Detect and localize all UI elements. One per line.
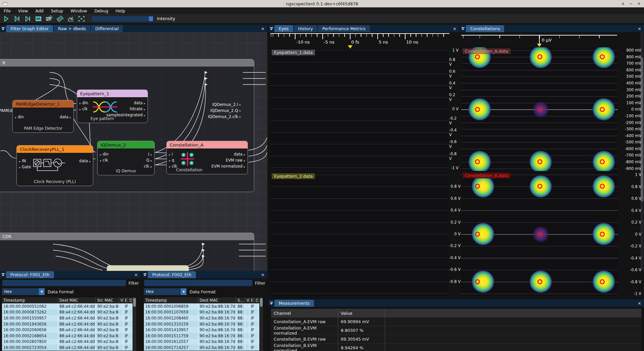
table-row[interactable]: 16:00:00.0001550957 88:a4:c2:66:44:dd 90… xyxy=(2,315,136,321)
table-row[interactable]: 16:00:00.0001006859 90:e2:ba:88:16:7d 88… xyxy=(144,303,263,309)
single-trigger-icon[interactable] xyxy=(13,15,21,22)
data-format-select[interactable]: Hex▼ xyxy=(2,288,45,295)
menu-item[interactable]: View xyxy=(14,8,32,13)
intensity-slider[interactable] xyxy=(91,16,154,22)
table-row[interactable]: Constellation_B.EVM raw 69.30545 mV xyxy=(271,335,641,344)
node-pamedgedetector-1[interactable]: PAMEdgeDetector_1 din data PAM Edge Dete… xyxy=(12,100,74,133)
menu-item[interactable]: Help xyxy=(112,8,129,13)
table-row[interactable]: 16:00:00.0002168654 88:a4:c2:66:44:dd 90… xyxy=(2,333,136,339)
table-row[interactable]: 16:00:00.0001208460 90:e2:ba:88:16:7d 88… xyxy=(144,315,263,321)
table-row[interactable]: 16:00:00.0000873262 88:a4:c2:66:44:dd 90… xyxy=(2,309,136,315)
tab-constellations[interactable]: Constellations xyxy=(466,25,504,32)
menu-item[interactable]: File xyxy=(0,8,14,13)
table-row[interactable]: 16:00:00.0000551062 88:a4:c2:66:44:dd 90… xyxy=(2,303,136,309)
output-port[interactable]: data xyxy=(234,152,245,157)
node-clockrecoverypll-1[interactable]: ClockRecoveryPLL_1 INGate data Clock Rec… xyxy=(16,145,93,186)
tab-performance-metrics[interactable]: Performance Metrics xyxy=(318,25,370,32)
intensity-slider-handle[interactable] xyxy=(149,16,153,21)
constellation-plot-b[interactable]: Constellation_B.data xyxy=(461,172,618,296)
close-icon[interactable]: × xyxy=(450,26,459,31)
input-port[interactable]: IN xyxy=(19,159,26,163)
tab-measurements[interactable]: Measurements xyxy=(274,300,314,307)
output-port[interactable]: data xyxy=(60,115,71,119)
menu-item[interactable]: Debug xyxy=(91,8,112,13)
tab-filter-graph-editor[interactable]: Filter Graph Editor xyxy=(6,25,53,32)
table-row[interactable]: 16:00:00.0002060656 88:a4:c2:66:44:dd 90… xyxy=(2,327,136,333)
keep-above-icon[interactable]: ∧ xyxy=(622,1,625,6)
menu-item[interactable]: Setup xyxy=(47,8,67,13)
table-row[interactable]: Constellation_B.EVM normalized 8.94264 % xyxy=(271,344,641,351)
input-port[interactable]: clk xyxy=(79,107,88,111)
table-row[interactable]: 16:00:00.0002607850 88:a4:c2:66:44:dd 90… xyxy=(2,339,136,345)
tab-protocol-f002[interactable]: Protocol: F002_Eth xyxy=(148,271,196,278)
tab-eyes[interactable]: Eyes xyxy=(274,25,293,32)
eye-plot-eyepattern-2[interactable]: Eyepattern_2.data xyxy=(270,172,448,296)
close-icon[interactable]: × xyxy=(635,301,644,306)
measure-icon[interactable] xyxy=(67,15,74,22)
node-eyepattern-1[interactable]: Eyepattern_1 dinclk datahitratesamplesIn… xyxy=(77,90,148,123)
output-port[interactable]: Q xyxy=(146,158,152,163)
menu-item[interactable]: Window xyxy=(67,8,91,13)
output-port[interactable]: hitrate xyxy=(130,107,145,111)
fullscreen-icon[interactable] xyxy=(78,15,85,22)
protocol-table-scrollbar[interactable] xyxy=(259,297,263,351)
minimize-icon[interactable]: − xyxy=(629,1,633,6)
plot-label[interactable]: Constellation_A.data xyxy=(463,48,511,54)
table-row[interactable]: 16:00:00.0001107659 90:e2:ba:88:16:7d 88… xyxy=(144,309,263,315)
table-row[interactable]: 16:00:00.0002723054 88:a4:c2:66:44:dd 90… xyxy=(2,345,136,351)
table-row[interactable]: 16:00:00.0001714257 90:e2:ba:88:16:7d 88… xyxy=(144,345,263,351)
tab-raw-dbeds[interactable]: Raw + dbeds xyxy=(54,25,90,32)
input-port[interactable]: clk xyxy=(100,158,108,163)
filter-input[interactable] xyxy=(2,280,126,286)
dock-options-icon[interactable] xyxy=(142,271,148,278)
refresh-settings-icon[interactable] xyxy=(56,15,64,22)
input-port[interactable]: din xyxy=(15,115,24,119)
dock-options-icon[interactable] xyxy=(0,271,6,278)
dock-options-icon[interactable] xyxy=(268,25,274,32)
menu-item[interactable]: Add xyxy=(32,8,47,13)
stop-trigger-icon[interactable] xyxy=(35,15,42,22)
close-icon[interactable]: × xyxy=(635,26,644,31)
tab-protocol-f001[interactable]: Protocol: F001_Eth xyxy=(6,271,54,278)
table-row[interactable]: 16:00:00.0001943656 88:a4:c2:66:44:dd 90… xyxy=(2,321,136,327)
input-port[interactable]: i xyxy=(169,152,173,157)
tab-history[interactable]: History xyxy=(294,25,317,32)
node-constellation-a[interactable]: Constellation_A iqclk dataEVM rawEVM nor… xyxy=(166,141,248,174)
protocol-table-scrollbar[interactable] xyxy=(132,297,136,351)
filter-graph-canvas[interactable]: R CDR xyxy=(0,32,267,271)
group-r-output-tunnels[interactable]: IQDemux_2.IIQDemux_2.QIQDemux_2.clk xyxy=(201,102,241,120)
chevron-down-icon[interactable]: ▼ xyxy=(39,288,45,295)
input-port[interactable]: din xyxy=(100,152,109,157)
output-port[interactable]: I xyxy=(148,152,152,157)
eye-plot-eyepattern-1[interactable]: Eyepattern_1.data xyxy=(270,49,448,169)
tab-differential[interactable]: Differential xyxy=(91,25,123,32)
dock-options-icon[interactable] xyxy=(460,25,466,32)
force-trigger-icon[interactable] xyxy=(24,15,32,22)
history-icon[interactable] xyxy=(46,15,53,22)
table-row[interactable]: Constellation_A.EVM raw 69.90994 mV xyxy=(271,317,641,326)
input-port[interactable]: q xyxy=(169,158,174,163)
close-icon[interactable]: × xyxy=(258,26,267,31)
plot-label[interactable]: Constellation_B.data xyxy=(463,173,511,178)
table-row[interactable]: 16:00:00.0001511759 90:e2:ba:88:16:7d 88… xyxy=(144,333,263,339)
dock-options-icon[interactable] xyxy=(0,25,6,32)
chevron-down-icon[interactable]: ▼ xyxy=(181,288,186,295)
dock-options-icon[interactable] xyxy=(268,299,274,307)
table-row[interactable]: 16:00:00.0001410957 90:e2:ba:88:16:7d 88… xyxy=(144,327,263,333)
output-port[interactable]: data xyxy=(79,159,91,163)
plot-label[interactable]: Eyepattern_1.data xyxy=(272,50,315,55)
filter-input[interactable] xyxy=(144,280,253,286)
table-row[interactable]: 16:00:00.0001612557 90:e2:ba:88:16:7d 88… xyxy=(144,339,263,345)
node-iqdemux-2[interactable]: IQDemux_2 dinclk IQclk IQ Demux xyxy=(97,141,155,175)
output-port[interactable]: clk xyxy=(144,164,152,169)
data-format-select[interactable]: Hex▼ xyxy=(144,288,186,295)
plot-label[interactable]: Eyepattern_2.data xyxy=(272,173,315,179)
trigger-marker-icon[interactable] xyxy=(537,44,542,47)
table-row[interactable]: Constellation_A.EVM normalized 8.80307 % xyxy=(271,326,641,335)
close-window-icon[interactable]: × xyxy=(637,1,641,6)
trigger-marker-icon[interactable] xyxy=(348,45,353,49)
output-port[interactable]: EVM raw xyxy=(226,158,245,163)
input-port[interactable]: Gate xyxy=(19,165,31,169)
close-icon[interactable]: × xyxy=(131,272,141,277)
input-port[interactable]: din xyxy=(79,101,88,105)
